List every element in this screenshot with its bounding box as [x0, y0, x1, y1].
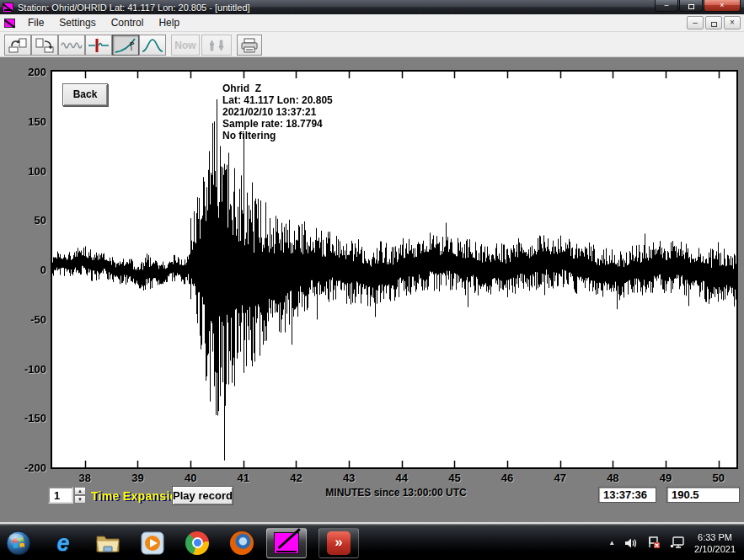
firefox-icon	[230, 531, 254, 555]
title-bar: Station: Ohrid/OHRID Lat: 41.117 Lon: 20…	[0, 0, 744, 14]
action-center-flag-icon[interactable]	[647, 536, 661, 549]
amaseis-taskbar-button[interactable]	[266, 528, 307, 558]
time-expansion-label: Time Expansion	[91, 489, 185, 503]
seismogram-plot[interactable]: Back	[51, 70, 738, 469]
trace-annotation-line: Sample rate: 18.7794	[222, 118, 333, 130]
menu-control[interactable]: Control	[104, 15, 152, 30]
chrome-button[interactable]	[185, 531, 210, 556]
clock-date: 2/10/2021	[694, 543, 736, 555]
restore-icon	[688, 4, 694, 9]
y-tick-label: 200	[28, 66, 46, 78]
x-tick-label: 47	[554, 472, 566, 484]
y-tick-label: -100	[24, 362, 46, 375]
media-player-button[interactable]	[140, 531, 165, 556]
y-tick-label: -50	[30, 312, 46, 325]
x-tick-label: 38	[79, 472, 91, 484]
close-button[interactable]: ×	[704, 0, 741, 12]
y-tick-label: 100	[28, 164, 46, 177]
trace-annotation-line: Lat: 41.117 Lon: 20.805	[222, 94, 333, 106]
system-tray: ▲ 6:33 PM 2/10/2021	[608, 531, 744, 555]
save-record-button[interactable]	[31, 35, 58, 56]
chart-client-area: Back 200150100500-50-100-150-200 3839404…	[0, 57, 744, 524]
mdi-close-button[interactable]: ×	[724, 16, 741, 29]
trace-annotation-line: No filtering	[222, 130, 333, 141]
now-button-label: Now	[174, 40, 195, 51]
x-tick-label: 45	[448, 472, 460, 484]
x-tick-label: 42	[290, 472, 302, 484]
pick-arrival-icon	[88, 38, 110, 53]
spinner-down-icon[interactable]: ▼	[74, 495, 86, 504]
red-app-taskbar-button[interactable]: »	[318, 528, 359, 558]
firefox-button[interactable]	[229, 531, 254, 556]
x-tick-label: 49	[660, 472, 672, 484]
hidden-icons-chevron[interactable]: ▲	[608, 539, 615, 547]
screen: Station: Ohrid/OHRID Lat: 41.117 Lon: 20…	[0, 0, 744, 560]
toolbar: P Now	[0, 32, 744, 57]
svg-text:P: P	[130, 40, 135, 48]
network-icon[interactable]	[670, 536, 685, 549]
print-button[interactable]	[237, 35, 262, 56]
x-tick-label: 48	[607, 472, 618, 484]
x-tick-label: 40	[185, 472, 196, 484]
print-icon	[240, 38, 259, 53]
y-tick-label: 50	[35, 214, 46, 227]
waveform-button[interactable]	[58, 35, 85, 56]
scroll-arrows-button[interactable]	[201, 35, 232, 56]
internet-explorer-icon: e	[56, 531, 69, 555]
trace-annotation-line: Ohrid Z	[222, 83, 333, 94]
restore-button[interactable]	[679, 0, 703, 12]
now-button[interactable]: Now	[171, 35, 200, 56]
back-button[interactable]: Back	[62, 83, 108, 106]
play-record-button[interactable]: Play record	[172, 486, 233, 505]
menu-bar: File Settings Control Help – ×	[0, 14, 744, 32]
trace-annotation-line: 2021/02/10 13:37:21	[222, 106, 333, 118]
x-axis-title: MINUTES since 13:00:00 UTC	[278, 487, 514, 499]
taskbar-clock[interactable]: 6:33 PM 2/10/2021	[694, 531, 736, 555]
chrome-icon	[185, 531, 209, 555]
filter-button[interactable]	[139, 35, 166, 56]
travel-time-button[interactable]: P	[112, 35, 139, 56]
internet-explorer-button[interactable]: e	[51, 531, 76, 556]
minimize-button[interactable]: –	[655, 0, 678, 12]
menu-help[interactable]: Help	[151, 15, 187, 30]
amaseis-icon	[274, 532, 299, 554]
save-record-icon	[35, 38, 54, 53]
open-record-icon	[8, 38, 27, 53]
cursor-value-field[interactable]: 190.5	[666, 487, 740, 503]
cursor-time-field[interactable]: 13:37:36	[598, 487, 656, 503]
document-icon	[4, 19, 15, 28]
menu-settings[interactable]: Settings	[51, 15, 103, 30]
x-tick-label: 50	[712, 472, 724, 484]
trace-annotation: Ohrid ZLat: 41.117 Lon: 20.8052021/02/10…	[222, 83, 333, 141]
volume-icon[interactable]	[624, 537, 638, 549]
y-tick-label: -200	[24, 461, 46, 474]
x-tick-label: 46	[501, 472, 513, 484]
start-button[interactable]	[6, 531, 31, 556]
x-tick-label: 39	[131, 472, 143, 484]
mdi-minimize-button[interactable]: –	[687, 16, 704, 29]
time-expansion-input[interactable]	[48, 487, 73, 504]
x-tick-label: 43	[343, 472, 355, 484]
mdi-restore-button[interactable]	[705, 16, 722, 29]
clock-time: 6:33 PM	[694, 531, 736, 543]
travel-time-icon: P	[115, 38, 136, 53]
window-title: Station: Ohrid/OHRID Lat: 41.117 Lon: 20…	[18, 3, 654, 13]
red-app-icon: »	[327, 531, 351, 555]
media-player-icon	[141, 531, 164, 555]
menu-file[interactable]: File	[20, 15, 51, 30]
open-record-button[interactable]	[4, 35, 31, 56]
pick-arrival-button[interactable]	[85, 35, 112, 56]
scroll-up-down-icons	[205, 38, 228, 53]
spinner-up-icon[interactable]: ▲	[74, 487, 86, 495]
seismogram-trace-canvas[interactable]	[52, 72, 736, 467]
start-orb-icon	[6, 530, 31, 557]
filter-icon	[142, 38, 163, 53]
taskbar: e » ▲	[0, 525, 744, 560]
file-explorer-button[interactable]	[95, 531, 120, 556]
y-tick-label: -150	[24, 412, 46, 424]
mdi-restore-icon	[711, 22, 717, 27]
y-tick-label: 0	[40, 264, 46, 276]
y-tick-label: 150	[28, 115, 46, 127]
file-explorer-icon	[95, 532, 120, 554]
seismogram-icon	[3, 3, 13, 13]
